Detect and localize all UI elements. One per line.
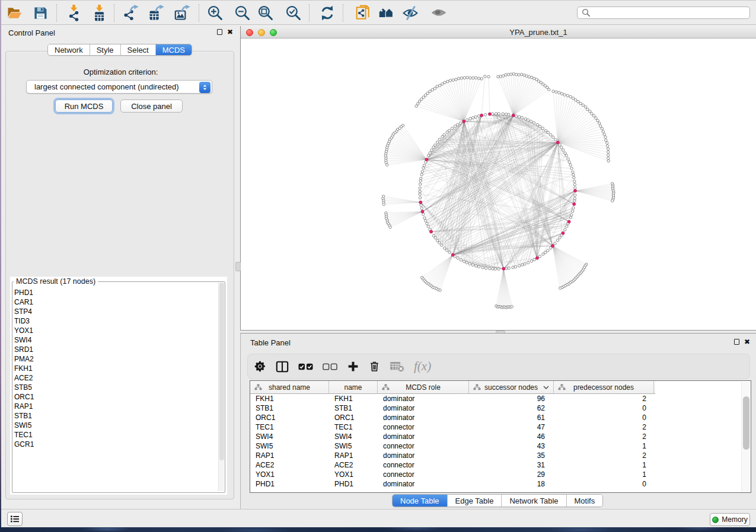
graph-node[interactable] [499, 75, 502, 78]
tab-style[interactable]: Style [90, 44, 121, 55]
graph-node[interactable] [518, 73, 520, 76]
graph-node[interactable] [559, 236, 561, 239]
tab-edge-table[interactable]: Edge Table [448, 495, 502, 507]
column-header-MCDS-role[interactable]: MCDS role [378, 381, 469, 393]
graph-node[interactable] [465, 261, 468, 264]
mcds-result-item[interactable]: TID3 [14, 316, 216, 326]
graph-node[interactable] [572, 171, 574, 173]
graph-node[interactable] [606, 142, 608, 144]
graph-node[interactable] [510, 73, 512, 75]
graph-node[interactable] [515, 115, 517, 117]
graph-node[interactable] [572, 210, 574, 212]
mcds-result-item[interactable]: PHD1 [14, 288, 216, 297]
graph-node[interactable] [420, 98, 423, 100]
graph-node[interactable] [502, 113, 504, 115]
graph-node[interactable] [386, 164, 388, 166]
graph-node[interactable] [560, 92, 563, 95]
graph-node[interactable] [492, 268, 494, 270]
graph-node[interactable] [457, 257, 459, 259]
graph-node[interactable] [451, 254, 454, 257]
graph-node[interactable] [389, 226, 391, 228]
graph-node[interactable] [568, 161, 570, 163]
graph-node[interactable] [523, 74, 525, 76]
import-network-button[interactable] [64, 4, 84, 23]
graph-node[interactable] [574, 194, 576, 196]
mcds-result-item[interactable]: SRD1 [14, 345, 216, 354]
graph-node[interactable] [527, 261, 529, 264]
node-table-scrollbar[interactable] [741, 382, 750, 492]
graph-node[interactable] [433, 87, 436, 89]
graph-node[interactable] [419, 201, 422, 204]
graph-node[interactable] [528, 76, 530, 78]
graph-node[interactable] [536, 123, 538, 126]
frame-close-icon[interactable] [246, 29, 253, 36]
table-row[interactable]: ORC1ORC1dominator610 [250, 413, 741, 422]
graph-node[interactable] [575, 99, 577, 101]
graph-node[interactable] [497, 268, 500, 270]
graph-node[interactable] [425, 94, 427, 96]
function-builder-button[interactable]: f(x) [414, 359, 431, 374]
column-header-shared-name[interactable]: shared name [250, 381, 329, 393]
graph-node[interactable] [484, 75, 486, 78]
graph-node[interactable] [436, 141, 439, 143]
memory-button[interactable]: Memory [710, 513, 750, 526]
criterion-select[interactable]: largest connected component (undirected) [26, 80, 212, 94]
graph-node[interactable] [505, 73, 507, 76]
graph-node[interactable] [421, 210, 424, 213]
graph-node[interactable] [429, 90, 431, 92]
graph-node[interactable] [607, 150, 609, 153]
mcds-result-item[interactable]: SWI5 [14, 421, 216, 430]
graph-node[interactable] [611, 200, 614, 202]
graph-node[interactable] [554, 242, 556, 245]
graph-node[interactable] [428, 154, 430, 156]
tab-network[interactable]: Network [48, 44, 90, 55]
export-network-button[interactable] [121, 4, 141, 23]
graph-node[interactable] [415, 105, 417, 107]
graph-node[interactable] [595, 117, 597, 119]
graph-node[interactable] [569, 95, 572, 98]
graph-node[interactable] [559, 144, 561, 146]
graph-node[interactable] [419, 187, 421, 189]
zoom-out-button[interactable] [232, 4, 253, 23]
graph-node[interactable] [495, 113, 497, 115]
graph-node[interactable] [512, 73, 515, 75]
graph-node[interactable] [550, 133, 552, 136]
graph-node[interactable] [502, 75, 504, 77]
graph-node[interactable] [507, 73, 509, 76]
graph-node[interactable] [539, 125, 541, 127]
table-row[interactable]: TEC1TEC1connector472 [250, 422, 741, 432]
mcds-result-item[interactable]: TEC1 [14, 430, 216, 440]
mcds-result-item[interactable]: STP4 [14, 307, 216, 316]
graph-node[interactable] [574, 187, 576, 189]
graph-node[interactable] [607, 154, 610, 156]
graph-node[interactable] [535, 257, 538, 259]
graph-node[interactable] [444, 81, 446, 84]
frame-minimize-icon[interactable] [258, 29, 265, 36]
graph-node[interactable] [446, 80, 449, 82]
graph-node[interactable] [596, 119, 599, 121]
graph-node[interactable] [572, 174, 575, 176]
graph-node[interactable] [484, 267, 487, 269]
zoom-fit-button[interactable] [256, 4, 276, 23]
graph-node[interactable] [455, 78, 457, 81]
graph-node[interactable] [426, 222, 428, 225]
graph-node[interactable] [604, 136, 607, 138]
graph-node[interactable] [562, 232, 564, 235]
graph-node[interactable] [466, 118, 468, 121]
graph-node[interactable] [448, 251, 451, 254]
refresh-button[interactable] [317, 4, 337, 23]
graph-node[interactable] [515, 73, 518, 76]
graph-node[interactable] [462, 120, 465, 123]
table-row[interactable]: FKH1FKH1dominator962 [250, 394, 741, 403]
graph-node[interactable] [489, 113, 492, 116]
graph-node[interactable] [489, 267, 491, 270]
graph-node[interactable] [524, 118, 527, 120]
graph-node[interactable] [477, 77, 480, 79]
graph-node[interactable] [606, 145, 608, 147]
frame-zoom-icon[interactable] [270, 29, 277, 36]
mcds-result-item[interactable]: ACE2 [14, 373, 216, 383]
graph-node[interactable] [530, 260, 532, 262]
graph-node[interactable] [558, 91, 560, 94]
network-view-titlebar[interactable]: YPA_prune.txt_1 [241, 26, 756, 39]
graph-node[interactable] [607, 148, 610, 150]
